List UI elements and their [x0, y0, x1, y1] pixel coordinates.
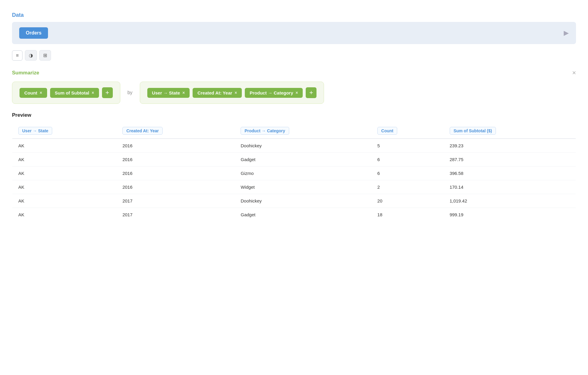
- data-section-label: Data: [12, 12, 576, 18]
- table-row: AK2016Gadget6287.75: [12, 153, 576, 166]
- add-dimension-button[interactable]: +: [306, 87, 316, 98]
- created-year-pill-remove[interactable]: ×: [235, 90, 237, 95]
- data-bar: Orders ▶: [12, 22, 576, 44]
- user-state-pill-label: User → State: [152, 90, 180, 95]
- sum-subtotal-pill-label: Sum of Subtotal: [55, 90, 89, 95]
- preview-table: User → State Created At: Year Product → …: [12, 123, 576, 222]
- product-category-pill-label: Product → Category: [250, 90, 293, 95]
- grid-button[interactable]: ⊞: [39, 50, 51, 61]
- play-icon[interactable]: ▶: [564, 29, 569, 37]
- table-header-row: User → State Created At: Year Product → …: [12, 123, 576, 139]
- add-metric-button[interactable]: +: [102, 87, 113, 98]
- sum-subtotal-pill[interactable]: Sum of Subtotal ×: [50, 88, 99, 98]
- col-header-count[interactable]: Count: [371, 123, 444, 139]
- user-state-pill-remove[interactable]: ×: [182, 90, 185, 95]
- col-header-product-category[interactable]: Product → Category: [235, 123, 371, 139]
- summarize-section: Summarize × Count × Sum of Subtotal × + …: [12, 69, 576, 104]
- table-row: AK2016Doohickey5239.23: [12, 139, 576, 153]
- product-category-pill[interactable]: Product → Category ×: [245, 88, 303, 98]
- user-state-pill[interactable]: User → State ×: [147, 88, 190, 98]
- table-row: AK2017Gadget18999.19: [12, 208, 576, 222]
- toggle-button[interactable]: ◑: [25, 50, 37, 61]
- created-year-pill[interactable]: Created At: Year ×: [193, 88, 242, 98]
- by-label: by: [125, 90, 135, 95]
- summarize-close-button[interactable]: ×: [572, 69, 576, 77]
- table-row: AK2017Doohickey201,019.42: [12, 194, 576, 208]
- col-header-sum-subtotal[interactable]: Sum of Subtotal ($): [444, 123, 576, 139]
- count-pill-label: Count: [24, 90, 37, 95]
- count-pill-remove[interactable]: ×: [40, 90, 42, 95]
- filter-icon: ≡: [16, 53, 19, 58]
- grid-icon: ⊞: [43, 52, 47, 58]
- product-category-pill-remove[interactable]: ×: [296, 90, 298, 95]
- dimensions-group: User → State × Created At: Year × Produc…: [140, 82, 324, 104]
- summarize-title: Summarize: [12, 70, 39, 76]
- count-pill[interactable]: Count ×: [20, 88, 47, 98]
- table-row: AK2016Widget2170.14: [12, 180, 576, 194]
- sum-subtotal-pill-remove[interactable]: ×: [92, 90, 94, 95]
- col-header-created-year[interactable]: Created At: Year: [116, 123, 235, 139]
- filter-button[interactable]: ≡: [12, 50, 22, 61]
- summarize-header: Summarize ×: [12, 69, 576, 77]
- preview-title: Preview: [12, 112, 576, 118]
- toolbar: ≡ ◑ ⊞: [12, 50, 576, 61]
- preview-section: Preview User → State Created At: Year Pr…: [12, 112, 576, 222]
- created-year-pill-label: Created At: Year: [197, 90, 232, 95]
- col-header-user-state[interactable]: User → State: [12, 123, 117, 139]
- metrics-group: Count × Sum of Subtotal × +: [12, 82, 120, 104]
- summarize-row: Count × Sum of Subtotal × + by User → St…: [12, 82, 576, 104]
- orders-button[interactable]: Orders: [19, 27, 48, 39]
- toggle-icon: ◑: [29, 52, 33, 58]
- table-row: AK2016Gizmo6396.58: [12, 166, 576, 180]
